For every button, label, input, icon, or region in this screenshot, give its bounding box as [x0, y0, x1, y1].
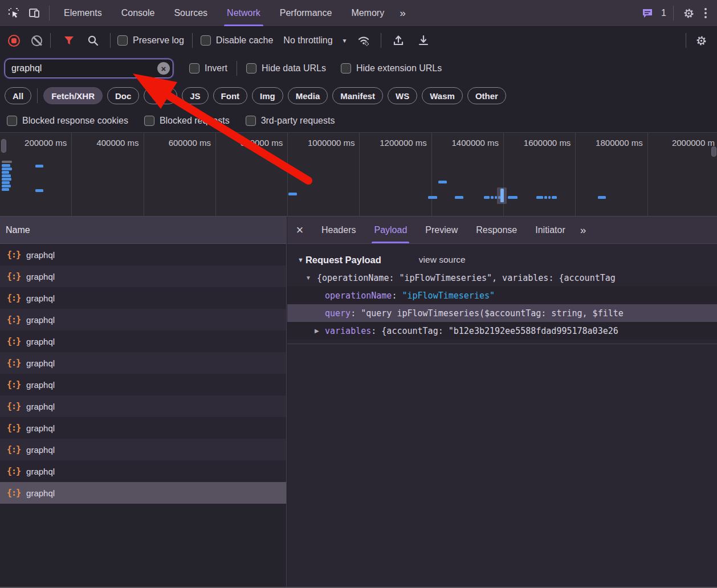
chip-wasm[interactable]: Wasm [422, 87, 463, 104]
tab-console[interactable]: Console [112, 0, 165, 26]
detail-tab-payload[interactable]: Payload [365, 217, 416, 243]
request-name: graphql [26, 358, 55, 368]
3rd-party-requests-checkbox[interactable] [246, 116, 256, 126]
issues-message-icon[interactable] [637, 3, 658, 23]
adv-filter-group: 3rd-party requests [246, 116, 335, 126]
payload-row[interactable]: ▶variables: {accountTag: "b12e3b2192ee55… [287, 322, 717, 340]
request-payload-section[interactable]: ▼ Request Payload view source [287, 251, 717, 269]
network-conditions-icon[interactable] [353, 30, 374, 51]
detail-tab-response[interactable]: Response [467, 217, 526, 243]
payload-segment: "query ipFlowTimeseries($accountTag: str… [361, 308, 624, 318]
close-details-icon[interactable]: × [287, 223, 312, 238]
detail-tab-initiator[interactable]: Initiator [526, 217, 574, 243]
search-icon[interactable] [83, 30, 103, 51]
request-rows: {:}graphql{:}graphql{:}graphql{:}graphql… [0, 244, 286, 504]
overview-left-handle[interactable] [1, 139, 6, 153]
chip-fetchxhr[interactable]: Fetch/XHR [43, 87, 103, 104]
tab-performance[interactable]: Performance [270, 0, 342, 26]
more-detail-tabs-icon[interactable]: » [575, 224, 591, 236]
payload-segment: {operationName: "ipFlowTimeseries", vari… [317, 273, 616, 283]
request-details-panel: × HeadersPayloadPreviewResponseInitiator… [287, 217, 717, 588]
waterfall-bar [35, 189, 43, 192]
clear-filter-icon[interactable]: × [157, 62, 170, 75]
chip-css[interactable]: CSS [144, 87, 177, 104]
request-row[interactable]: {:}graphql [0, 374, 286, 395]
request-row[interactable]: {:}graphql [0, 330, 286, 352]
blocked-requests-checkbox[interactable] [144, 116, 154, 126]
device-toolbar-icon[interactable] [24, 3, 44, 23]
payload-row[interactable]: query: "query ipFlowTimeseries($accountT… [287, 304, 717, 322]
request-name: graphql [26, 250, 55, 260]
hide-data-urls-checkbox[interactable] [246, 63, 256, 74]
chip-media[interactable]: Media [288, 87, 328, 104]
json-braces-icon: {:} [7, 336, 21, 346]
chip-doc[interactable]: Doc [107, 87, 139, 104]
chip-img[interactable]: Img [252, 87, 283, 104]
payload-row[interactable]: ▼{operationName: "ipFlowTimeseries", var… [287, 269, 717, 287]
more-tabs-icon[interactable]: » [394, 7, 410, 19]
more-options-icon[interactable] [699, 8, 712, 18]
waterfall-bar [2, 168, 12, 170]
payload-row[interactable]: operationName: "ipFlowTimeseries" [287, 287, 717, 304]
request-name: graphql [26, 315, 55, 325]
view-source-link[interactable]: view source [419, 255, 466, 265]
waterfall-bar [35, 165, 43, 168]
inspect-element-icon[interactable] [3, 3, 24, 23]
overview-right-handle[interactable] [711, 146, 716, 157]
disable-cache-checkbox[interactable] [201, 35, 211, 46]
network-overview-timeline[interactable]: 200000 ms400000 ms600000 ms800000 ms1000… [0, 132, 717, 217]
divider [673, 6, 674, 21]
request-row[interactable]: {:}graphql [0, 352, 286, 374]
network-settings-gear-icon[interactable] [691, 30, 711, 51]
request-row[interactable]: {:}graphql [0, 417, 286, 439]
request-row[interactable]: {:}graphql [0, 266, 286, 287]
request-row[interactable]: {:}graphql [0, 439, 286, 460]
preserve-log-checkbox[interactable] [117, 35, 128, 46]
payload-tree: ▼{operationName: "ipFlowTimeseries", var… [287, 269, 717, 340]
request-row[interactable]: {:}graphql [0, 460, 286, 482]
filter-input[interactable] [5, 59, 173, 78]
chip-js[interactable]: JS [182, 87, 208, 104]
detail-tab-headers[interactable]: Headers [312, 217, 365, 243]
expanded-triangle-icon[interactable]: ▼ [305, 275, 311, 281]
waterfall-bar [2, 164, 10, 167]
chip-all[interactable]: All [5, 87, 31, 104]
divider [37, 88, 38, 103]
adv-filter-label: Blocked requests [160, 116, 230, 126]
import-har-icon[interactable] [388, 30, 409, 51]
toolbar-right [681, 30, 717, 51]
throttling-dropdown[interactable]: No throttling ▼ [283, 35, 347, 46]
name-column-header[interactable]: Name [0, 217, 286, 244]
json-braces-icon: {:} [7, 401, 21, 411]
record-network-log-button[interactable] [8, 35, 20, 47]
chip-ws[interactable]: WS [388, 87, 417, 104]
tab-memory[interactable]: Memory [341, 0, 394, 26]
invert-checkbox[interactable] [189, 63, 199, 74]
hide-data-urls-group: Hide data URLs [246, 63, 326, 74]
payload-pane: ▼ Request Payload view source ▼{operatio… [287, 244, 717, 344]
divider [110, 33, 111, 48]
tab-elements[interactable]: Elements [54, 0, 112, 26]
filter-funnel-icon[interactable] [59, 30, 79, 51]
detail-tab-preview[interactable]: Preview [416, 217, 467, 243]
hide-extension-urls-checkbox[interactable] [341, 63, 351, 74]
clear-network-log-icon[interactable] [31, 35, 42, 46]
timeline-tick: 200000 ms [0, 133, 72, 216]
request-row[interactable]: {:}graphql [0, 395, 286, 417]
tab-network[interactable]: Network [217, 0, 270, 26]
request-row[interactable]: {:}graphql [0, 482, 286, 504]
request-row[interactable]: {:}graphql [0, 309, 286, 330]
json-braces-icon: {:} [7, 423, 21, 433]
request-row[interactable]: {:}graphql [0, 287, 286, 309]
disable-cache-label: Disable cache [216, 35, 274, 46]
chip-font[interactable]: Font [213, 87, 247, 104]
request-row[interactable]: {:}graphql [0, 244, 286, 266]
chip-other[interactable]: Other [467, 87, 506, 104]
timeline-tick: 400000 ms [72, 133, 144, 216]
export-har-icon[interactable] [413, 30, 434, 51]
chip-manifest[interactable]: Manifest [332, 87, 383, 104]
settings-gear-icon[interactable] [678, 3, 699, 23]
blocked-response-cookies-checkbox[interactable] [7, 116, 17, 126]
tab-sources[interactable]: Sources [164, 0, 217, 26]
collapsed-triangle-icon[interactable]: ▶ [315, 328, 319, 334]
